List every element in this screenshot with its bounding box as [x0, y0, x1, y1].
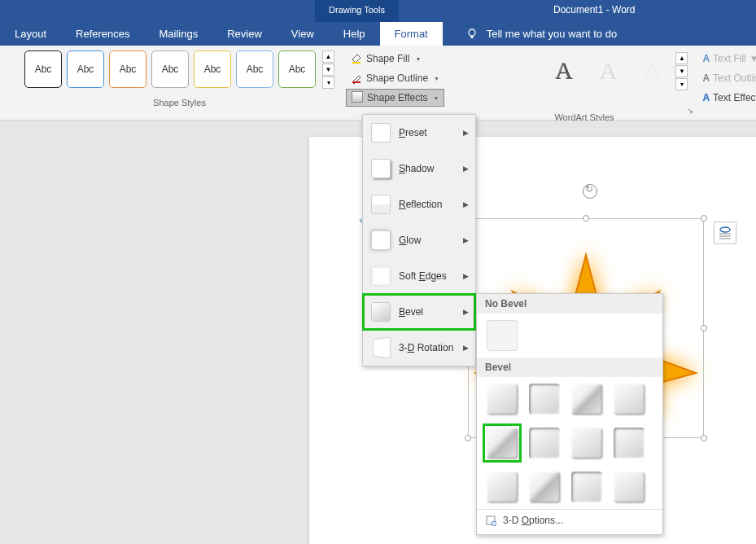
text-effects-label: Text Effects	[713, 92, 756, 103]
shape-effects-label: Shape Effects	[367, 92, 428, 103]
shape-outline-label: Shape Outline	[366, 72, 428, 84]
effects-preset-item[interactable]: Preset ▶	[363, 115, 475, 151]
shape-effects-button[interactable]: Shape Effects▼	[346, 89, 444, 107]
shape-style-thumb[interactable]: Abc	[278, 50, 316, 88]
shape-operations: Shape Fill▼ Shape Outline▼ Shape Effects…	[346, 46, 444, 120]
bevel-option-none[interactable]	[483, 317, 521, 354]
bevel-option[interactable]	[526, 424, 563, 462]
options-icon	[485, 515, 496, 526]
layout-options-icon	[718, 226, 732, 240]
wordart-scroll-down[interactable]: ▼	[675, 65, 688, 77]
shape-style-thumb[interactable]: Abc	[194, 50, 231, 88]
shape-style-thumb[interactable]: Abc	[109, 50, 146, 88]
gallery-scroll: ▲ ▼ ▾	[322, 50, 334, 90]
text-effects-button[interactable]: A Text Effects▼	[699, 89, 756, 107]
effects-3drotation-item[interactable]: 3-D Rotation ▶	[363, 330, 475, 366]
effects-glow-item[interactable]: Glow ▶	[363, 222, 475, 258]
bevel-option[interactable]	[568, 424, 605, 462]
bevel-option[interactable]	[526, 380, 563, 418]
shape-fill-label: Shape Fill	[366, 53, 409, 64]
shape-style-thumb[interactable]: Abc	[24, 50, 62, 88]
layout-options-button[interactable]	[714, 222, 736, 244]
gallery-scroll-down[interactable]: ▼	[322, 64, 334, 76]
shape-effects-menu: Preset ▶ Shadow ▶ Reflection ▶ Glow ▶ So…	[362, 114, 476, 366]
document-title: Document1 - Word	[553, 4, 635, 15]
svg-point-0	[469, 29, 475, 36]
shape-style-gallery[interactable]: Abc Abc Abc Abc Abc Abc Abc ▲ ▼ ▾	[24, 50, 334, 90]
text-fill-icon: A	[702, 53, 710, 64]
effects-softedges-item[interactable]: Soft Edges ▶	[363, 258, 475, 294]
svg-point-14	[492, 521, 496, 526]
shape-fill-button[interactable]: Shape Fill▼	[346, 50, 444, 68]
selection-handle[interactable]	[583, 215, 589, 222]
rotation-3d-icon	[373, 336, 391, 358]
reflection-icon	[371, 195, 391, 214]
selection-handle[interactable]	[701, 435, 707, 441]
preset-icon	[371, 123, 391, 143]
ribbon-tabs: Layout References Mailings Review View H…	[0, 22, 756, 46]
text-fill-label: Text Fill	[713, 53, 746, 64]
bevel-option[interactable]	[526, 468, 563, 506]
gallery-scroll-up[interactable]: ▲	[322, 50, 334, 63]
submenu-arrow-icon: ▶	[463, 165, 469, 173]
tab-help[interactable]: Help	[329, 22, 380, 46]
shape-styles-group: Abc Abc Abc Abc Abc Abc Abc ▲ ▼ ▾ Shape …	[0, 46, 339, 120]
contextual-tab-drawing-tools: Drawing Tools	[315, 0, 399, 22]
bevel-header-no-bevel: No Bevel	[477, 294, 662, 314]
tab-view[interactable]: View	[277, 22, 329, 46]
bevel-icon	[371, 302, 391, 322]
wordart-style-thumb[interactable]: A	[630, 50, 674, 91]
effects-reflection-item[interactable]: Reflection ▶	[363, 186, 475, 222]
text-fill-button[interactable]: A Text Fill▼	[699, 50, 756, 68]
wordart-gallery[interactable]: A A A ▲ ▼ ▾	[542, 46, 688, 120]
svg-rect-3	[352, 81, 361, 83]
effects-bevel-item[interactable]: Bevel ▶	[363, 294, 475, 330]
submenu-arrow-icon: ▶	[463, 129, 469, 137]
shape-style-thumb[interactable]: Abc	[67, 50, 104, 88]
text-outline-button[interactable]: A Text Outline▼	[699, 69, 756, 87]
shape-style-thumb[interactable]: Abc	[151, 50, 189, 88]
mnemonic: P	[399, 127, 405, 138]
ribbon: Abc Abc Abc Abc Abc Abc Abc ▲ ▼ ▾ Shape …	[0, 46, 756, 121]
bevel-option[interactable]	[483, 380, 521, 418]
bevel-option[interactable]	[610, 380, 648, 418]
gallery-more[interactable]: ▾	[322, 77, 334, 89]
bevel-option[interactable]	[483, 468, 521, 506]
wordart-dialog-launcher[interactable]: ↘	[687, 106, 693, 115]
tab-layout[interactable]: Layout	[0, 22, 61, 46]
tab-review[interactable]: Review	[212, 22, 277, 46]
bevel-option-selected[interactable]	[483, 424, 521, 462]
wordart-more[interactable]: ▾	[675, 78, 688, 90]
text-operations: A Text Fill▼ A Text Outline▼ A Text Effe…	[699, 46, 756, 120]
tab-references[interactable]: References	[61, 22, 144, 46]
wordart-style-thumb[interactable]: A	[542, 50, 586, 91]
bevel-option[interactable]	[568, 468, 605, 506]
tellme-icon	[465, 28, 479, 41]
rotate-handle[interactable]	[583, 184, 597, 199]
tellme-input[interactable]: Tell me what you want to do	[487, 28, 617, 40]
selection-handle[interactable]	[701, 325, 707, 331]
text-outline-icon: A	[702, 72, 710, 84]
bucket-icon	[351, 53, 362, 64]
preset-label: reset	[405, 127, 427, 138]
effects-icon	[352, 91, 363, 105]
glow-icon	[371, 230, 391, 250]
text-effects-icon: A	[702, 92, 710, 103]
submenu-arrow-icon: ▶	[463, 236, 469, 244]
bevel-option[interactable]	[610, 468, 648, 506]
tab-format[interactable]: Format	[380, 22, 443, 46]
selection-handle[interactable]	[465, 435, 471, 441]
selection-handle[interactable]	[701, 215, 707, 222]
bevel-option[interactable]	[610, 424, 648, 462]
bevel-3d-options[interactable]: 3-D Options...	[477, 509, 662, 531]
shape-outline-button[interactable]: Shape Outline▼	[346, 69, 444, 87]
wordart-style-thumb[interactable]: A	[586, 50, 630, 91]
bevel-option[interactable]	[568, 380, 605, 418]
group-label-shape-styles: Shape Styles	[24, 98, 334, 107]
tab-mailings[interactable]: Mailings	[145, 22, 213, 46]
effects-shadow-item[interactable]: Shadow ▶	[363, 151, 475, 186]
bevel-header-bevel: Bevel	[477, 358, 662, 377]
shape-style-thumb[interactable]: Abc	[236, 50, 273, 88]
bevel-submenu: No Bevel Bevel 3-D Options...	[476, 293, 663, 535]
wordart-scroll-up[interactable]: ▲	[675, 52, 688, 64]
